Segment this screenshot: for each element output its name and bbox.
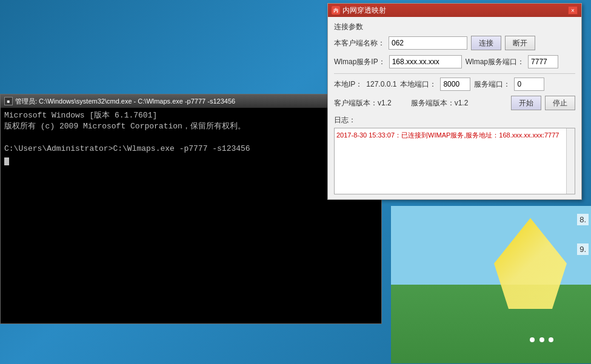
cmd-title: 管理员: C:\Windows\system32\cmd.exe - C:\Wl… xyxy=(15,97,378,106)
cmd-content[interactable]: Microsoft Windows [版本 6.1.7601] 版权所有 (c)… xyxy=(1,108,381,323)
wlmap-port-label: Wlmap服务端口： xyxy=(466,57,524,67)
log-scrollbar[interactable] xyxy=(566,128,575,194)
grass-area xyxy=(391,206,591,363)
mapping-title: 内网穿透映射 xyxy=(342,5,566,16)
mapping-icon: 内 xyxy=(332,6,340,15)
log-entry-0: 2017-8-30 15:33:07：已连接到WIMAP服务,服务地址：168.… xyxy=(336,130,573,141)
right-num-8: 8. xyxy=(577,214,589,225)
wlmap-row: Wlmap服务IP： Wlmap服务端口： xyxy=(334,55,575,68)
divider-1 xyxy=(334,73,575,74)
local-ip-value: 127.0.0.1 xyxy=(366,80,396,88)
local-port-input[interactable] xyxy=(440,78,470,91)
client-name-row: 本客户端名称： 连接 断开 xyxy=(334,36,575,50)
wlmap-ip-label: Wlmap服务IP： xyxy=(334,57,386,67)
flower-2 xyxy=(539,337,544,342)
cmd-titlebar: ■ 管理员: C:\Windows\system32\cmd.exe - C:\… xyxy=(1,94,381,108)
mapping-window: 内 内网穿透映射 × 连接参数 本客户端名称： 连接 断开 Wlmap服务IP：… xyxy=(327,3,582,200)
cmd-icon: ■ xyxy=(4,97,13,105)
disconnect-button[interactable]: 断开 xyxy=(505,36,535,50)
cmd-line-3 xyxy=(4,132,378,143)
client-name-label: 本客户端名称： xyxy=(334,38,385,48)
desktop: ■ 管理员: C:\Windows\system32\cmd.exe - C:\… xyxy=(0,0,591,364)
server-version-label: 服务端版本：v1.2 xyxy=(411,98,469,108)
right-decoration xyxy=(391,206,591,363)
local-port-label: 本地端口： xyxy=(400,79,436,90)
cmd-window: ■ 管理员: C:\Windows\system32\cmd.exe - C:\… xyxy=(0,94,382,324)
service-port-label: 服务端口： xyxy=(474,79,510,90)
start-button[interactable]: 开始 xyxy=(511,96,541,110)
section-label: 连接参数 xyxy=(334,22,575,32)
mapping-titlebar: 内 内网穿透映射 × xyxy=(328,4,581,17)
cmd-line-4: C:\Users\Administrator>C:\Wlmaps.exe -p7… xyxy=(4,144,378,154)
cmd-line-1: Microsoft Windows [版本 6.1.7601] xyxy=(4,110,378,121)
sun-decoration xyxy=(494,218,567,309)
right-numbers: 8. 9. xyxy=(575,209,591,260)
local-ip-label: 本地IP： xyxy=(334,79,362,90)
client-name-input[interactable] xyxy=(389,36,467,50)
right-num-9: 9. xyxy=(577,243,589,255)
local-row: 本地IP： 127.0.0.1 本地端口： 服务端口： xyxy=(334,78,575,91)
wlmap-port-input[interactable] xyxy=(528,55,558,68)
client-version-label: 客户端版本：v1.2 xyxy=(334,98,392,108)
cursor-block xyxy=(4,157,9,165)
connect-button[interactable]: 连接 xyxy=(471,36,501,50)
wlmap-ip-input[interactable] xyxy=(389,55,462,68)
log-label: 日志： xyxy=(334,115,575,125)
cmd-line-2: 版权所有 (c) 2009 Microsoft Corporation，保留所有… xyxy=(4,121,378,132)
version-row: 客户端版本：v1.2 服务端版本：v1.2 开始 停止 xyxy=(334,96,575,110)
mapping-body: 连接参数 本客户端名称： 连接 断开 Wlmap服务IP： Wlmap服务端口：… xyxy=(328,17,581,199)
flowers-decoration xyxy=(529,336,555,345)
log-area[interactable]: 2017-8-30 15:33:07：已连接到WIMAP服务,服务地址：168.… xyxy=(334,128,575,194)
flower-1 xyxy=(530,337,535,342)
close-button[interactable]: × xyxy=(568,6,578,15)
service-port-input[interactable] xyxy=(514,78,544,91)
stop-button[interactable]: 停止 xyxy=(545,96,575,110)
flower-3 xyxy=(549,337,553,342)
cmd-cursor-line xyxy=(4,154,378,165)
